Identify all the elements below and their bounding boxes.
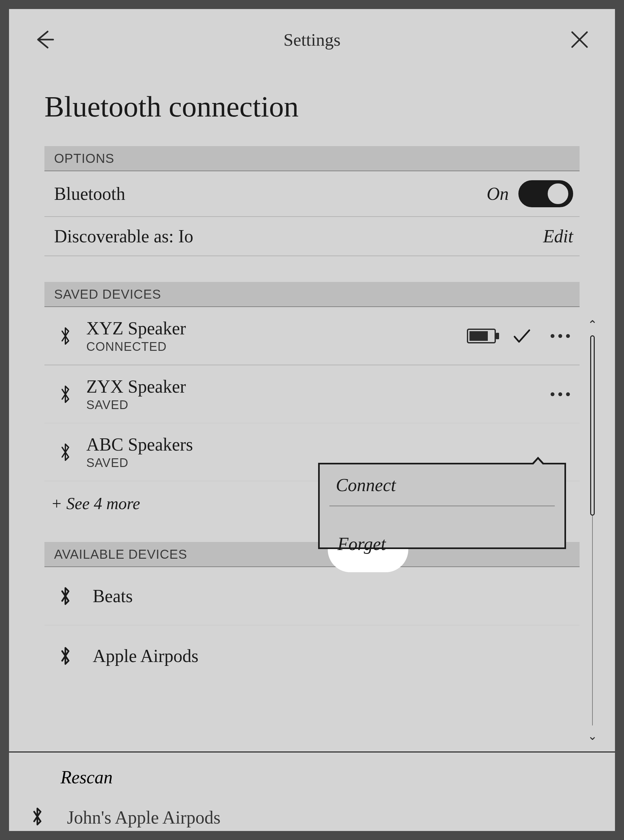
saved-device-row[interactable]: XYZ Speaker CONNECTED [45, 307, 579, 365]
device-name: Apple Airpods [93, 646, 198, 666]
header-title: Settings [283, 29, 340, 50]
device-name: ABC Speakers [86, 434, 573, 455]
top-bar: Settings [9, 9, 615, 70]
bluetooth-toggle-row: Bluetooth On [45, 171, 579, 217]
menu-forget-button[interactable]: Forget [337, 533, 386, 554]
battery-icon [467, 328, 496, 344]
arrow-left-icon [33, 28, 56, 51]
scroll-down-icon[interactable]: ⌄ [588, 729, 597, 743]
page-title: Bluetooth connection [45, 89, 579, 123]
device-name: ZYX Speaker [86, 376, 534, 397]
saved-device-row[interactable]: ZYX Speaker SAVED [45, 365, 579, 423]
close-button[interactable] [567, 27, 592, 52]
bluetooth-label: Bluetooth [54, 183, 125, 204]
available-device-row[interactable]: Apple Airpods [45, 625, 579, 670]
connected-check-icon [512, 326, 531, 346]
bluetooth-state-label: On [487, 183, 509, 204]
scroll-up-icon[interactable]: ⌃ [588, 318, 597, 331]
section-header-saved: SAVED DEVICES [45, 282, 579, 307]
bluetooth-icon [32, 807, 43, 826]
bluetooth-toggle[interactable] [518, 180, 573, 207]
available-device-row[interactable]: Beats [45, 567, 579, 625]
rescan-button[interactable]: Rescan [9, 752, 615, 802]
bluetooth-icon [57, 585, 73, 607]
discoverable-edit-button[interactable]: Edit [543, 226, 573, 247]
discoverable-label: Discoverable as: Io [54, 226, 193, 247]
device-status: CONNECTED [86, 340, 454, 354]
device-name: John's Apple Airpods [67, 807, 221, 828]
device-name: XYZ Speaker [86, 318, 454, 339]
bluetooth-icon [57, 645, 73, 667]
menu-separator [329, 506, 555, 506]
section-header-options: OPTIONS [45, 146, 579, 171]
bluetooth-icon [57, 441, 73, 464]
device-more-button[interactable] [547, 389, 573, 399]
back-button[interactable] [32, 27, 57, 52]
menu-connect-button[interactable]: Connect [320, 464, 564, 506]
bluetooth-icon [57, 325, 73, 347]
bluetooth-icon [57, 383, 73, 405]
close-icon [568, 28, 591, 51]
scroll-thumb[interactable] [590, 335, 595, 516]
scroll-indicator[interactable]: ⌃ ⌄ [588, 318, 597, 743]
scroll-track[interactable] [589, 335, 596, 726]
discoverable-row: Discoverable as: Io Edit [45, 217, 579, 256]
device-name: Beats [93, 586, 133, 606]
device-status: SAVED [86, 398, 534, 412]
device-more-button[interactable] [547, 331, 573, 341]
